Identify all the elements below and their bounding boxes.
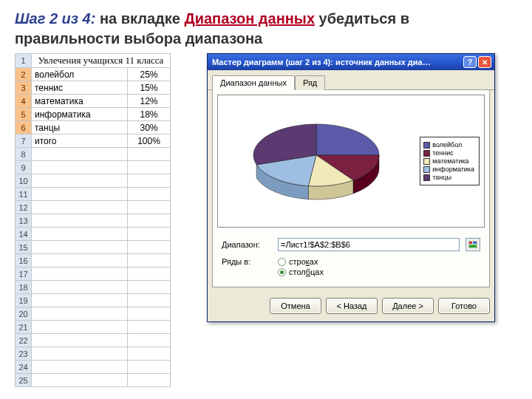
row-header[interactable]: 14 — [16, 228, 32, 241]
cell[interactable] — [32, 361, 128, 374]
cell[interactable] — [32, 267, 128, 281]
row-header[interactable]: 15 — [16, 241, 32, 254]
row-header[interactable]: 17 — [16, 267, 32, 281]
cell[interactable]: 30% — [128, 121, 171, 134]
row-header[interactable]: 19 — [16, 294, 32, 307]
cell[interactable]: 12% — [128, 95, 171, 108]
cell[interactable] — [32, 294, 128, 307]
cell[interactable] — [32, 334, 128, 347]
row-header[interactable]: 10 — [16, 174, 32, 188]
cell[interactable] — [128, 361, 171, 374]
cell[interactable] — [128, 294, 171, 307]
next-button[interactable]: Далее > — [382, 298, 434, 314]
cell[interactable] — [128, 281, 171, 294]
cell[interactable] — [128, 241, 171, 254]
cell[interactable]: 100% — [128, 134, 171, 148]
pie-chart — [239, 109, 401, 213]
tab-data-range[interactable]: Диапазон данных — [212, 75, 295, 90]
cell[interactable] — [128, 321, 171, 334]
radio-rows[interactable]: строках — [278, 257, 324, 266]
cell[interactable] — [32, 347, 128, 361]
cell[interactable]: 18% — [128, 108, 171, 121]
row-header[interactable]: 7 — [16, 134, 32, 148]
radio-icon — [278, 268, 286, 276]
radio-cols[interactable]: столбцах — [278, 267, 324, 276]
cell[interactable] — [128, 161, 171, 174]
row-header[interactable]: 9 — [16, 161, 32, 174]
highlight-tabname: Диапазон данных — [184, 10, 315, 27]
cell[interactable] — [32, 201, 128, 214]
rows-in-label: Ряды в: — [222, 257, 273, 266]
cell[interactable]: 25% — [128, 68, 171, 81]
cell[interactable] — [32, 281, 128, 294]
range-label: Диапазон: — [222, 240, 273, 249]
cell[interactable]: информатика — [32, 108, 128, 121]
titlebar[interactable]: Мастер диаграмм (шаг 2 из 4): источник д… — [208, 54, 494, 70]
cell[interactable] — [32, 321, 128, 334]
cell[interactable] — [128, 267, 171, 281]
cell[interactable] — [32, 228, 128, 241]
cell[interactable] — [128, 228, 171, 241]
row-header[interactable]: 6 — [16, 121, 32, 134]
cell[interactable] — [32, 188, 128, 201]
cell[interactable] — [128, 174, 171, 188]
cell[interactable] — [32, 241, 128, 254]
tab-series[interactable]: Ряд — [295, 75, 325, 90]
step-label: Шаг 2 из 4: — [15, 10, 95, 27]
cell[interactable] — [32, 307, 128, 321]
cell[interactable] — [32, 214, 128, 228]
row-header[interactable]: 24 — [16, 361, 32, 374]
cell[interactable] — [128, 214, 171, 228]
cell[interactable]: математика — [32, 95, 128, 108]
cell[interactable] — [32, 148, 128, 161]
cell[interactable]: 15% — [128, 81, 171, 95]
svg-rect-1 — [469, 242, 472, 244]
row-header[interactable]: 3 — [16, 81, 32, 95]
cell[interactable] — [128, 188, 171, 201]
cell[interactable]: танцы — [32, 121, 128, 134]
row-header[interactable]: 20 — [16, 307, 32, 321]
cell[interactable]: волейбол — [32, 68, 128, 81]
legend-item: танцы — [423, 174, 474, 181]
help-button[interactable]: ? — [463, 56, 477, 68]
cell[interactable] — [32, 174, 128, 188]
cell[interactable] — [128, 148, 171, 161]
cell[interactable] — [32, 374, 128, 387]
cell[interactable] — [128, 201, 171, 214]
row-header[interactable]: 13 — [16, 214, 32, 228]
cell[interactable]: итого — [32, 134, 128, 148]
row-header[interactable]: 22 — [16, 334, 32, 347]
close-button[interactable]: ✕ — [478, 56, 491, 68]
row-header[interactable]: 18 — [16, 281, 32, 294]
wizard-tabs: Диапазон данных Ряд — [208, 70, 494, 90]
row-header[interactable]: 23 — [16, 347, 32, 361]
cell[interactable]: теннис — [32, 81, 128, 95]
cell[interactable] — [128, 254, 171, 267]
row-header[interactable]: 5 — [16, 108, 32, 121]
back-button[interactable]: < Назад — [326, 298, 378, 314]
cell[interactable] — [32, 161, 128, 174]
row-header[interactable]: 11 — [16, 188, 32, 201]
spreadsheet[interactable]: 1Увлечения учащихся 11 класса2волейбол25… — [15, 53, 171, 387]
cell[interactable] — [32, 254, 128, 267]
row-header[interactable]: 2 — [16, 68, 32, 81]
row-header[interactable]: 16 — [16, 254, 32, 267]
row-header[interactable]: 4 — [16, 95, 32, 108]
merged-title-cell[interactable]: Увлечения учащихся 11 класса — [32, 54, 171, 68]
cell[interactable] — [128, 347, 171, 361]
row-header[interactable]: 21 — [16, 321, 32, 334]
row-header[interactable]: 12 — [16, 201, 32, 214]
legend-item: информатика — [423, 166, 474, 173]
finish-button[interactable]: Готово — [438, 298, 490, 314]
row-header[interactable]: 8 — [16, 148, 32, 161]
cancel-button[interactable]: Отмена — [270, 298, 321, 314]
range-input[interactable]: =Лист1!$A$2:$B$6 — [278, 238, 460, 251]
cell[interactable] — [128, 334, 171, 347]
svg-rect-3 — [469, 245, 477, 248]
chart-legend: волейболтеннисматематикаинформатикатанцы — [420, 137, 480, 185]
range-picker-button[interactable] — [466, 238, 480, 251]
cell[interactable] — [128, 374, 171, 387]
cell[interactable] — [128, 307, 171, 321]
row-header[interactable]: 25 — [16, 374, 32, 387]
row-header[interactable]: 1 — [16, 54, 32, 68]
